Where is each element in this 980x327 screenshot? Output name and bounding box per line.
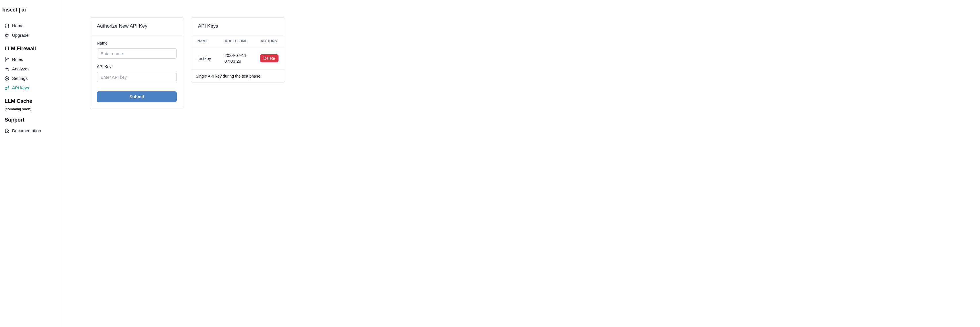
svg-point-11 <box>5 60 6 62</box>
sidebar-item-documentation[interactable]: Documentation <box>2 126 59 135</box>
sidebar-item-label: Analyzes <box>12 67 30 71</box>
apikeys-table-head: NAME ADDED TIME ACTIONS <box>191 35 285 48</box>
sidebar-item-label: Settings <box>12 76 28 81</box>
col-actions: ACTIONS <box>261 39 278 43</box>
sidebar-item-home[interactable]: Home <box>2 21 59 30</box>
sidebar-item-label: Rules <box>12 57 23 62</box>
row-time: 2024-07-11 07:03:29 <box>224 52 260 64</box>
nav-support: Documentation <box>0 126 62 135</box>
sidebar-item-settings[interactable]: Settings <box>2 73 59 83</box>
submit-button[interactable]: Submit <box>97 91 177 102</box>
sidebar-item-upgrade[interactable]: Upgrade <box>2 30 59 40</box>
apikey-label: API Key <box>97 64 177 69</box>
row-name: testkey <box>197 56 224 61</box>
sidebar-item-label: Upgrade <box>12 33 29 38</box>
sliders-icon <box>5 24 9 28</box>
sidebar-item-label: API keys <box>12 85 29 90</box>
section-note-cache: (comming soon) <box>0 107 62 111</box>
key-icon <box>5 86 9 90</box>
apikeys-card: API Keys NAME ADDED TIME ACTIONS testkey… <box>191 17 285 83</box>
sparkle-icon <box>5 67 9 71</box>
apikeys-card-title: API Keys <box>191 17 285 35</box>
main-content: Authorize New API Key Name API Key Submi… <box>62 0 980 327</box>
svg-point-14 <box>8 131 8 132</box>
authorize-card-title: Authorize New API Key <box>90 17 184 35</box>
sidebar: bisect | ai Home Upgrade LLM Firewall Ru… <box>0 0 62 327</box>
svg-point-13 <box>6 78 8 79</box>
authorize-card-body: Name API Key Submit <box>90 35 184 109</box>
nav-top: Home Upgrade <box>0 21 62 40</box>
nav-firewall: Rules Analyzes Settings API keys <box>0 55 62 92</box>
row-actions: Delete <box>260 54 278 62</box>
section-title-support: Support <box>0 117 62 123</box>
sidebar-item-label: Documentation <box>12 128 41 133</box>
col-name: NAME <box>197 39 225 43</box>
section-title-firewall: LLM Firewall <box>0 46 62 52</box>
brand-title: bisect | ai <box>0 7 62 13</box>
col-time: ADDED TIME <box>225 39 261 43</box>
sidebar-item-apikeys[interactable]: API keys <box>2 83 59 92</box>
sidebar-item-label: Home <box>12 23 24 28</box>
delete-button[interactable]: Delete <box>260 54 278 62</box>
svg-point-10 <box>5 57 6 58</box>
gear-icon <box>5 76 9 81</box>
star-icon <box>5 33 9 38</box>
name-label: Name <box>97 41 177 45</box>
apikey-input[interactable] <box>97 72 177 82</box>
apikeys-footer-note: Single API key during the test phase <box>191 70 285 83</box>
file-search-icon <box>5 129 9 133</box>
branch-icon <box>5 57 9 62</box>
svg-marker-9 <box>5 33 9 37</box>
sidebar-item-analyzes[interactable]: Analyzes <box>2 64 59 73</box>
authorize-card: Authorize New API Key Name API Key Submi… <box>90 17 184 109</box>
table-row: testkey 2024-07-11 07:03:29 Delete <box>191 48 285 70</box>
sidebar-item-rules[interactable]: Rules <box>2 55 59 64</box>
section-title-cache: LLM Cache <box>0 98 62 104</box>
name-input[interactable] <box>97 48 177 59</box>
